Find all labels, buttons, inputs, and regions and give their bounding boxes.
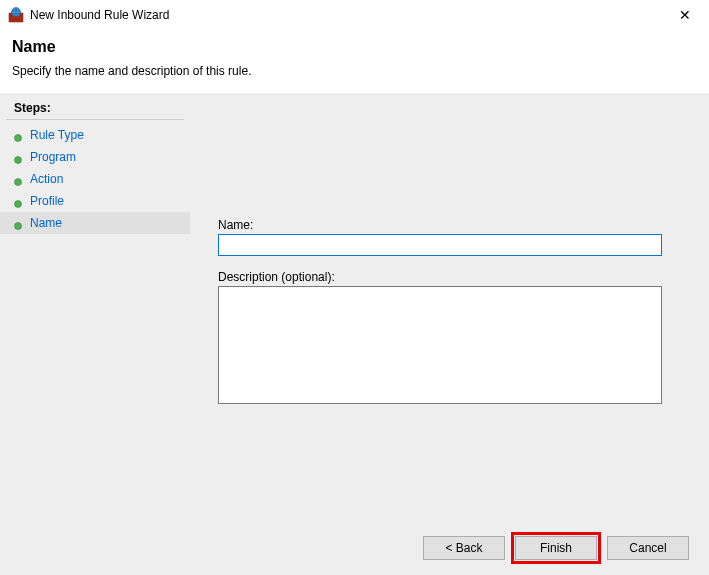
window-title: New Inbound Rule Wizard bbox=[30, 8, 169, 22]
finish-highlight: Finish bbox=[511, 532, 601, 564]
content-pane: Name: Description (optional): < Back Fin… bbox=[190, 93, 709, 575]
step-rule-type[interactable]: Rule Type bbox=[0, 124, 190, 146]
button-row: < Back Finish Cancel bbox=[423, 532, 689, 564]
firewall-icon bbox=[8, 7, 24, 23]
svg-point-13 bbox=[15, 179, 22, 186]
description-label: Description (optional): bbox=[218, 270, 689, 284]
svg-point-15 bbox=[15, 223, 22, 230]
back-button[interactable]: < Back bbox=[423, 536, 505, 560]
bullet-icon bbox=[14, 219, 22, 227]
step-program[interactable]: Program bbox=[0, 146, 190, 168]
step-profile[interactable]: Profile bbox=[0, 190, 190, 212]
step-label: Profile bbox=[30, 194, 64, 208]
bullet-icon bbox=[14, 153, 22, 161]
step-action[interactable]: Action bbox=[0, 168, 190, 190]
svg-point-14 bbox=[15, 201, 22, 208]
page-subtitle: Specify the name and description of this… bbox=[12, 64, 697, 78]
steps-sidebar: Steps: Rule Type Program Action Profile bbox=[0, 93, 190, 575]
titlebar-left: New Inbound Rule Wizard bbox=[8, 7, 169, 23]
finish-button[interactable]: Finish bbox=[515, 536, 597, 560]
bullet-icon bbox=[14, 131, 22, 139]
svg-point-12 bbox=[15, 157, 22, 164]
step-label: Name bbox=[30, 216, 62, 230]
step-label: Rule Type bbox=[30, 128, 84, 142]
steps-heading: Steps: bbox=[6, 99, 184, 120]
step-label: Action bbox=[30, 172, 63, 186]
cancel-button[interactable]: Cancel bbox=[607, 536, 689, 560]
wizard-header: Name Specify the name and description of… bbox=[0, 30, 709, 93]
step-label: Program bbox=[30, 150, 76, 164]
bullet-icon bbox=[14, 197, 22, 205]
step-name[interactable]: Name bbox=[0, 212, 190, 234]
titlebar: New Inbound Rule Wizard ✕ bbox=[0, 0, 709, 30]
close-icon[interactable]: ✕ bbox=[671, 3, 699, 27]
description-textarea[interactable] bbox=[218, 286, 662, 404]
wizard-body: Steps: Rule Type Program Action Profile bbox=[0, 93, 709, 575]
svg-point-11 bbox=[15, 135, 22, 142]
page-title: Name bbox=[12, 38, 697, 56]
name-label: Name: bbox=[218, 218, 689, 232]
bullet-icon bbox=[14, 175, 22, 183]
name-input[interactable] bbox=[218, 234, 662, 256]
